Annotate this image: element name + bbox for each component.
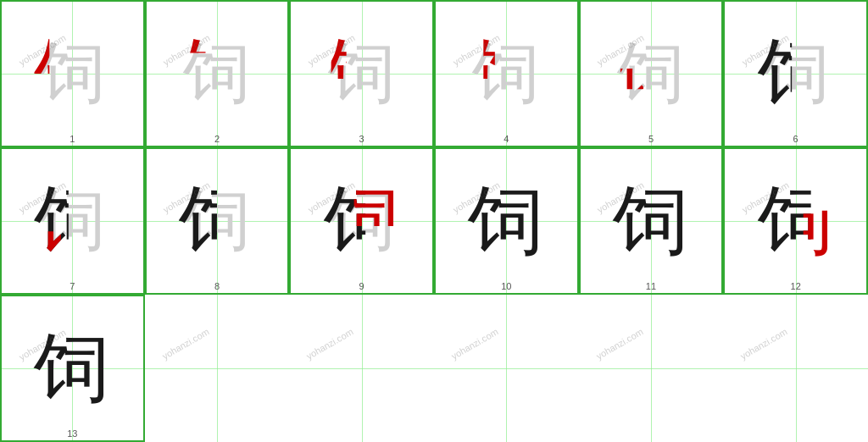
cell-inner-10: 饲 yohanzi.com — [436, 149, 577, 293]
cell-step-13: 饲 yohanzi.com 13 — [0, 295, 145, 442]
step-num-12: 12 — [791, 281, 801, 291]
cell-inner-9: 饲 饲 饲 yohanzi.com — [291, 149, 432, 293]
char-bg-4: 饲 — [472, 28, 540, 119]
cell-step-9: 饲 饲 饲 yohanzi.com 9 — [289, 147, 434, 295]
cell-step-1: 饲 饲 yohanzi.com 1 — [0, 0, 145, 147]
cell-empty-inner-2: yohanzi.com — [289, 295, 434, 442]
cell-empty-inner-4: yohanzi.com — [579, 295, 724, 442]
cell-inner-13: 饲 yohanzi.com — [2, 296, 143, 440]
cell-inner-11: 饲 yohanzi.com — [581, 149, 722, 293]
cell-empty-3: yohanzi.com — [434, 295, 579, 442]
cell-step-6: 饲 饲 yohanzi.com 6 — [723, 0, 868, 147]
watermark-e4: yohanzi.com — [594, 327, 644, 362]
cell-step-5: 饲 饲 yohanzi.com 5 — [579, 0, 724, 147]
step-num-5: 5 — [648, 134, 654, 144]
cell-empty-inner-3: yohanzi.com — [434, 295, 579, 442]
cell-inner-4: 饲 饲 yohanzi.com — [436, 2, 577, 146]
cell-inner-12: 饲 饲 yohanzi.com — [725, 149, 866, 293]
cell-step-7: 饲 饲 饲 yohanzi.com 7 — [0, 147, 145, 295]
cell-empty-5: yohanzi.com — [723, 295, 868, 442]
cell-step-11: 饲 yohanzi.com 11 — [579, 147, 724, 295]
cell-step-10: 饲 yohanzi.com 10 — [434, 147, 579, 295]
step-num-8: 8 — [214, 281, 220, 291]
cell-step-4: 饲 饲 yohanzi.com 4 — [434, 0, 579, 147]
step-num-7: 7 — [70, 281, 75, 291]
char-main-11: 饲 — [613, 169, 689, 273]
step-num-13: 13 — [67, 428, 77, 439]
step-num-2: 2 — [214, 134, 220, 144]
cell-empty-inner-1: yohanzi.com — [145, 295, 290, 442]
watermark-e1: yohanzi.com — [160, 327, 210, 362]
watermark-e3: yohanzi.com — [449, 327, 499, 362]
stroke-order-grid: 饲 饲 yohanzi.com 1 饲 饲 yohanzi.com 2 饲 饲 … — [0, 0, 868, 442]
cell-inner-3: 饲 饲 yohanzi.com — [291, 2, 432, 146]
step-num-9: 9 — [359, 281, 364, 291]
watermark-e2: yohanzi.com — [305, 327, 355, 362]
cell-inner-8: 饲 饲 yohanzi.com — [147, 149, 288, 293]
step-num-6: 6 — [793, 134, 798, 144]
cell-empty-1: yohanzi.com — [145, 295, 290, 442]
char-main-10: 饲 — [468, 169, 544, 273]
cell-inner-7: 饲 饲 饲 yohanzi.com — [2, 149, 143, 293]
step-num-4: 4 — [504, 134, 509, 144]
cell-inner-1: 饲 饲 yohanzi.com — [2, 2, 143, 146]
char-main-13: 饲 — [34, 317, 110, 420]
cell-step-12: 饲 饲 yohanzi.com 12 — [723, 147, 868, 295]
step-num-11: 11 — [646, 281, 656, 291]
step-num-1: 1 — [70, 134, 75, 144]
cell-inner-2: 饲 饲 yohanzi.com — [147, 2, 288, 146]
cell-empty-inner-5: yohanzi.com — [723, 295, 868, 442]
cell-step-8: 饲 饲 yohanzi.com 8 — [145, 147, 290, 295]
cell-step-3: 饲 饲 yohanzi.com 3 — [289, 0, 434, 147]
cell-inner-6: 饲 饲 yohanzi.com — [725, 2, 866, 146]
step-num-10: 10 — [501, 281, 511, 291]
cell-inner-5: 饲 饲 yohanzi.com — [581, 2, 722, 146]
cell-step-2: 饲 饲 yohanzi.com 2 — [145, 0, 290, 147]
cell-empty-2: yohanzi.com — [289, 295, 434, 442]
step-num-3: 3 — [359, 134, 364, 144]
watermark-e5: yohanzi.com — [739, 327, 789, 362]
cell-empty-4: yohanzi.com — [579, 295, 724, 442]
